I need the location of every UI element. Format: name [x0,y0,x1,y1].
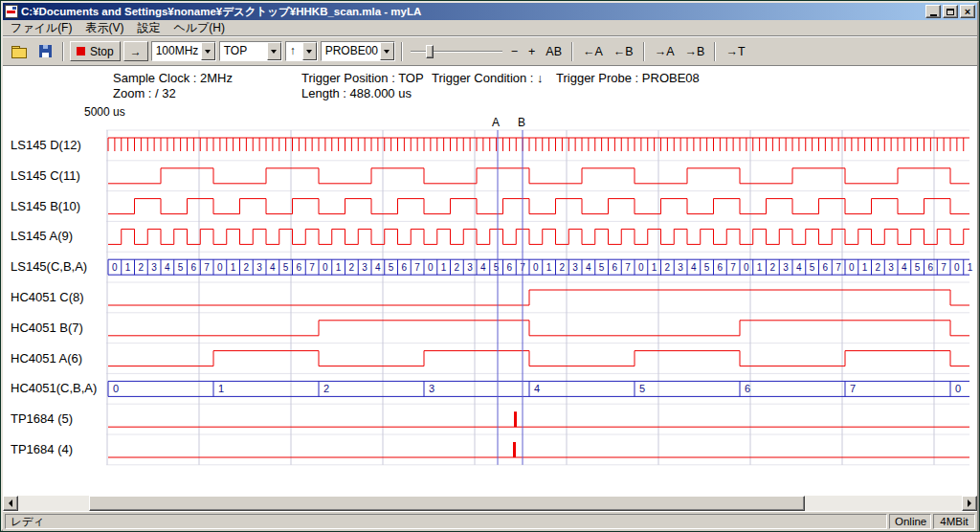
zoom-slider[interactable] [409,42,504,61]
minimize-button[interactable] [925,5,941,18]
bus-value: 5 [494,262,500,273]
bus-value: 1 [336,262,342,273]
bus-value: 5 [599,262,605,273]
bus-value: 0 [638,262,644,273]
bus-value: 5 [283,262,289,273]
open-file-button[interactable] [8,41,31,62]
bus-value: 7 [850,383,856,394]
scroll-right-button[interactable] [962,496,977,511]
bus-value: 1 [652,262,657,273]
bus-value: 6 [718,262,724,273]
chevron-down-icon [306,50,312,54]
bus-value: 3 [467,262,473,273]
scrollbar-thumb[interactable] [89,496,805,511]
close-button[interactable]: × [960,5,975,18]
bus-value: 7 [414,262,420,273]
dropdown-arrow-icon[interactable] [267,42,281,60]
bus-value: 7 [204,262,210,273]
cursor-a-label[interactable]: A [492,116,500,129]
trigger-edge-value: ↑ [286,42,302,60]
channel-label: HC4051(C,B,A) [11,381,105,396]
bus-value: 4 [165,262,170,273]
menu-view[interactable]: 表示(V) [78,19,130,37]
stop-icon [77,47,85,55]
bus-value: 1 [218,383,224,394]
bus-value: 3 [256,262,262,273]
bus-value: 2 [560,262,566,273]
bus-value: 0 [849,262,855,273]
bus-value: 0 [113,383,119,394]
chevron-down-icon [384,50,390,54]
maximize-button[interactable] [943,5,958,18]
bus-value: 4 [586,262,591,273]
bus-value: 4 [480,262,486,273]
bus-value: 2 [139,262,145,273]
bus-value: 3 [888,262,894,273]
goto-trigger-button[interactable]: →T [722,42,748,61]
trigger-position-select[interactable]: TOP [219,41,282,61]
stop-button[interactable]: Stop [70,41,121,61]
bus-value: 7 [941,262,947,273]
app-icon [5,5,18,18]
zoom-slider-track [411,51,502,53]
goto-cursor-b-left-button[interactable]: ←B [610,42,637,61]
zoom-in-button[interactable]: + [524,42,539,61]
bus-value: 1 [125,262,131,273]
dropdown-arrow-icon[interactable] [380,42,394,60]
toolbar-separator [62,42,64,61]
bus-value: 6 [612,262,618,273]
bus-value: 6 [928,262,934,273]
bus-value: 2 [770,262,776,273]
bus-value: 6 [507,262,513,273]
run-button[interactable]: → [123,41,148,61]
menu-file[interactable]: ファイル(F) [4,19,78,37]
sample-clock-value: 100MHz [152,42,201,60]
ab-range-button[interactable]: AB [542,42,566,61]
bus-value: 0 [744,262,749,273]
arrow-right-icon [968,499,971,507]
menu-help[interactable]: ヘルプ(H) [167,19,232,37]
goto-cursor-b-right-button[interactable]: →B [681,42,709,61]
channel-label: TP1684 (5) [11,411,105,427]
window-controls: × [925,5,975,18]
bus-value: 0 [112,262,118,273]
dropdown-arrow-icon[interactable] [302,42,317,60]
channel-label: LS145 A(9) [11,229,105,244]
scroll-left-button[interactable] [3,496,18,511]
status-online: Online [889,514,931,529]
channel-label: HC4051 C(8) [11,290,105,305]
trigger-probe-select[interactable]: PROBE00 [321,41,395,61]
bus-value: 7 [625,262,631,273]
bus-value: 5 [704,262,710,273]
bus-value: 6 [191,262,197,273]
menu-settings[interactable]: 設定 [130,19,167,37]
zoom-slider-thumb[interactable] [426,45,434,58]
bus-value: 4 [691,262,697,273]
goto-cursor-a-left-button[interactable]: ←A [579,42,607,61]
bus-value: 4 [534,383,540,394]
bus-value: 5 [915,262,921,273]
channel-label: LS145 D(12) [11,138,105,153]
waveform-trace [108,138,969,151]
open-folder-icon [11,46,27,57]
dropdown-arrow-icon[interactable] [201,42,215,60]
waveform-trace [108,199,969,214]
toolbar-separator [643,42,645,61]
horizontal-scrollbar[interactable] [3,496,977,511]
cursor-b-label[interactable]: B [518,116,525,129]
title-bar[interactable]: C:¥Documents and Settings¥noname¥デスクトップ¥… [3,3,977,20]
waveform-trace [108,321,969,336]
sample-clock-select[interactable]: 100MHz [151,41,216,61]
bus-value: 1 [441,262,447,273]
trigger-edge-select[interactable]: ↑ [285,41,318,61]
save-file-button[interactable] [33,41,56,62]
bus-value: 0 [954,262,960,273]
bus-value: 4 [796,262,802,273]
status-bar: レディ Online 4MBit [3,511,977,531]
zoom-out-button[interactable]: − [507,42,522,61]
waveform-trace [108,351,969,366]
toolbar-separator [401,42,403,61]
save-icon [39,45,52,57]
goto-cursor-a-right-button[interactable]: →A [651,42,679,61]
toolbar: Stop → 100MHz TOP ↑ PROBE00 − + AB ←A ←B [3,36,977,65]
